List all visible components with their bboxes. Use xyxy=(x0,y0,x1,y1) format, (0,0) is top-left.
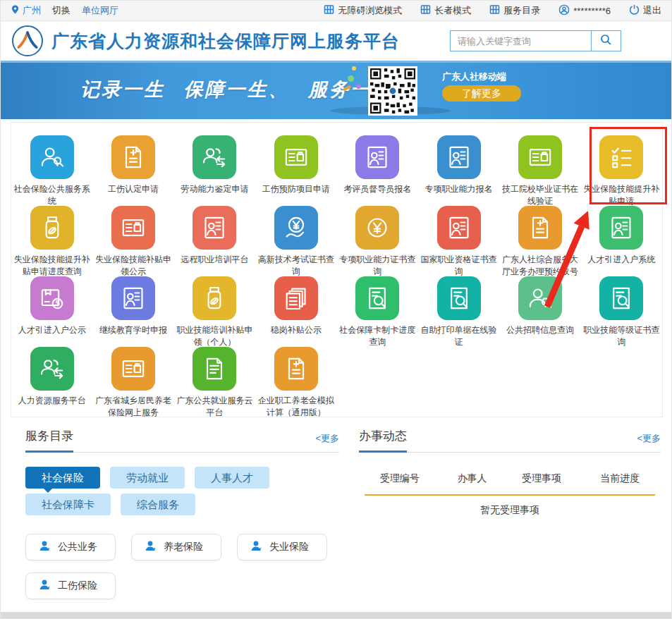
decor-dot xyxy=(356,84,361,89)
search-button[interactable] xyxy=(591,31,621,51)
photo-check-icon xyxy=(111,347,155,391)
tile-service-hall-appointment[interactable]: 广东人社综合服务大厅业务办理预约取号 xyxy=(499,206,580,276)
person-icon xyxy=(145,540,157,554)
tile-talent-settlement-system[interactable]: 人才引进入户系统 xyxy=(581,206,662,276)
current-city[interactable]: 广州 xyxy=(23,4,41,17)
top-utility-bar: 广州 切换 单位网厅 无障碍浏览模式 长者模式 服务目录 *********6 xyxy=(1,1,671,21)
bank-card-icon xyxy=(111,206,155,250)
catalog-buttons: 公共业务 养老保险 失业保险 工伤保险 xyxy=(25,534,339,599)
decor-dot xyxy=(352,66,356,71)
person-document-icon xyxy=(355,135,399,179)
tile-training-subsidy-personal[interactable]: 职业技能培训补贴申领（个人） xyxy=(174,276,255,347)
id-card-icon xyxy=(274,135,318,179)
svc-btn-label: 失业保险 xyxy=(269,541,309,553)
tile-remote-vocational-training[interactable]: 远程职业培训平台 xyxy=(174,206,255,276)
learn-more-button[interactable]: 了解更多 xyxy=(442,85,521,102)
work-injury-insurance-button[interactable]: 工伤保险 xyxy=(25,572,116,599)
tile-special-vocational-ability-registration[interactable]: 专项职业能力报名 xyxy=(418,135,499,206)
tile-national-vocational-certificate-query[interactable]: 国家职业资格证书查询 xyxy=(418,206,499,276)
progress-more-link[interactable]: <更多 xyxy=(637,432,661,452)
tile-social-insurance-public-service[interactable]: 社会保险公共服务系统 xyxy=(11,135,92,206)
tile-label: 职业技能等级证书查询 xyxy=(582,324,661,348)
decor-dot xyxy=(348,75,354,82)
tile-label: 企业职工养老金模拟计算（通用版） xyxy=(257,395,336,419)
tile-injury-prevention-project[interactable]: 工伤预防项目申请 xyxy=(255,135,336,206)
tab-labor-employment[interactable]: 劳动就业 xyxy=(110,467,185,489)
person-icon xyxy=(39,540,51,554)
grid-mode-icon xyxy=(420,4,431,17)
tile-public-employment-cloud[interactable]: 广东公共就业服务云平台 xyxy=(174,347,255,417)
tile-label: 考评员督导员报名 xyxy=(338,183,417,195)
public-business-button[interactable]: 公共业务 xyxy=(25,534,116,560)
tile-examiner-registration[interactable]: 考评员督导员报名 xyxy=(337,135,418,206)
people-transfer-icon xyxy=(193,135,236,179)
grid-mode-icon xyxy=(489,4,500,17)
pill-bottle-icon xyxy=(193,276,236,320)
pension-insurance-button[interactable]: 养老保险 xyxy=(131,534,221,560)
checklist-icon xyxy=(599,135,643,179)
logout-link[interactable]: 退出 xyxy=(629,4,661,17)
tile-label: 工伤预防项目申请 xyxy=(257,183,336,195)
tile-hightech-exam-certificate-query[interactable]: 高新技术考试证书查询 xyxy=(255,206,336,276)
site-header: 广东省人力资源和社会保障厅网上服务平台 xyxy=(1,21,671,61)
service-directory-link[interactable]: 服务目录 xyxy=(489,4,540,17)
tile-label: 劳动能力鉴定申请 xyxy=(175,183,254,195)
accessibility-mode-label: 无障碍浏览模式 xyxy=(338,4,402,17)
tile-rural-pension-online-service[interactable]: 广东省城乡居民养老保险网上服务 xyxy=(92,347,173,417)
service-catalog-more-link[interactable]: <更多 xyxy=(315,432,339,452)
tile-label: 专项职业能力证书查询 xyxy=(338,254,417,278)
person-search-icon xyxy=(30,135,74,179)
user-circle-icon xyxy=(558,4,570,18)
unemployment-insurance-button[interactable]: 失业保险 xyxy=(237,534,327,560)
elder-mode-link[interactable]: 长者模式 xyxy=(420,4,471,17)
tile-continuing-education-hours[interactable]: 继续教育学时申报 xyxy=(92,276,173,347)
person-document-icon xyxy=(599,206,643,250)
tile-label: 失业保险技能提升补贴申请 xyxy=(582,183,661,207)
document-add-icon xyxy=(274,347,318,391)
user-account[interactable]: *********6 xyxy=(558,4,611,18)
tile-label: 国家职业资格证书查询 xyxy=(420,254,499,278)
tile-public-recruitment-info[interactable]: 公共招聘信息查询 xyxy=(499,276,580,347)
tab-social-insurance[interactable]: 社会保险 xyxy=(25,467,100,489)
tile-self-print-receipt-verification[interactable]: 自助打印单据在线验证 xyxy=(418,276,499,347)
svc-btn-label: 工伤保险 xyxy=(58,580,97,592)
tile-labor-capacity-appraisal[interactable]: 劳动能力鉴定申请 xyxy=(174,135,255,206)
tile-label: 人力资源服务平台 xyxy=(13,395,92,407)
tile-subsidy-public-notice[interactable]: 失业保险技能补贴申领公示 xyxy=(92,206,173,276)
search-icon xyxy=(600,34,612,49)
portal-page: 广州 切换 单位网厅 无障碍浏览模式 长者模式 服务目录 *********6 xyxy=(0,0,672,619)
document-add-icon xyxy=(518,206,562,250)
tile-job-stabilization-subsidy-notice[interactable]: 稳岗补贴公示 xyxy=(255,276,336,347)
tab-personnel-talent[interactable]: 人事人才 xyxy=(195,467,269,489)
tile-pension-simulation-calculator[interactable]: 企业职工养老金模拟计算（通用版） xyxy=(255,347,336,417)
tile-social-security-card-progress[interactable]: 社会保障卡制卡进度查询 xyxy=(337,276,418,347)
switch-city-link[interactable]: 切换 xyxy=(52,4,71,17)
progress-table-header: 受理编号 办事人 受理事项 当前进度 xyxy=(359,472,661,485)
col-current-progress: 当前进度 xyxy=(579,472,661,485)
person-icon xyxy=(250,540,262,554)
document-icon xyxy=(193,347,236,391)
table-divider xyxy=(365,494,655,496)
tile-unemployment-skill-subsidy-apply[interactable]: 失业保险技能提升补贴申请 xyxy=(581,135,662,206)
tile-skill-level-certificate-query[interactable]: 职业技能等级证书查询 xyxy=(581,276,662,347)
tile-subsidy-progress-query[interactable]: 失业保险技能提升补贴申请进度查询 xyxy=(11,206,92,276)
tile-label: 专项职业能力报名 xyxy=(420,183,499,195)
hero-banner: 记录一生 保障一生、 服务一生 xyxy=(1,61,671,119)
col-matter: 受理事项 xyxy=(503,472,579,485)
col-applicant: 办事人 xyxy=(441,472,504,485)
tile-special-ability-certificate-query[interactable]: 专项职业能力证书查询 xyxy=(337,206,418,276)
unit-portal-link[interactable]: 单位网厅 xyxy=(82,4,118,17)
tile-technical-school-diploma-verification[interactable]: 技工院校毕业证书在线验证 xyxy=(499,135,580,206)
service-directory-label: 服务目录 xyxy=(503,4,540,17)
accessibility-mode-link[interactable]: 无障碍浏览模式 xyxy=(324,4,402,17)
pill-bottle-icon xyxy=(30,206,74,250)
tile-label: 社会保障卡制卡进度查询 xyxy=(338,324,417,348)
tab-social-security-card[interactable]: 社会保障卡 xyxy=(25,494,111,515)
mobile-app-label: 广东人社移动端 xyxy=(442,71,506,83)
tab-comprehensive-service[interactable]: 综合服务 xyxy=(121,494,195,515)
tile-label: 职业技能培训补贴申领（个人） xyxy=(175,324,254,348)
tile-hr-service-platform[interactable]: 人力资源服务平台 xyxy=(11,347,92,417)
tile-work-injury-determination[interactable]: 工伤认定申请 xyxy=(92,135,173,206)
search-input[interactable] xyxy=(451,31,591,51)
tile-talent-settlement-notice[interactable]: 人才引进入户公示 xyxy=(11,276,92,347)
